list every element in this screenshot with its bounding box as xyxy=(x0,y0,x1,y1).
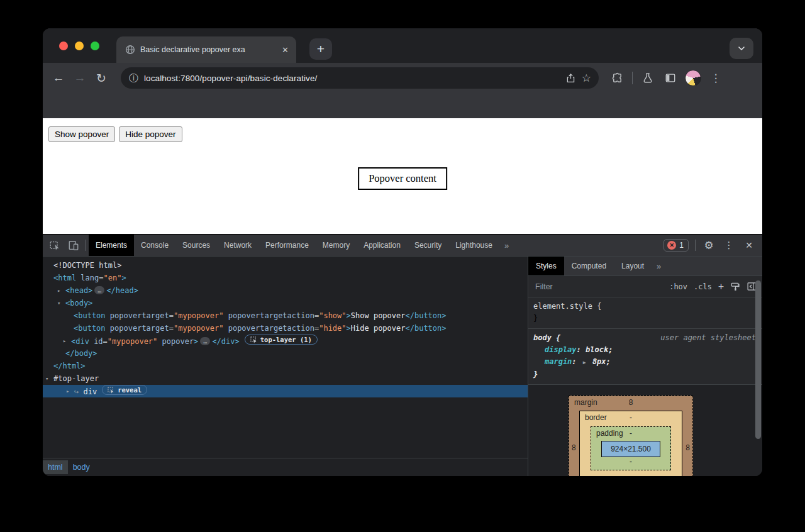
top-layer-badge[interactable]: top-layer (1) xyxy=(245,335,318,345)
property-name[interactable]: display xyxy=(545,345,577,354)
css-property[interactable]: display: block; xyxy=(528,344,762,356)
box-model-padding[interactable]: padding - - 924×21.500 xyxy=(591,426,671,470)
styles-filter-input[interactable]: Filter xyxy=(535,282,663,291)
dom-tree-node[interactable]: ▸↪ divreveal xyxy=(43,385,528,397)
devtools-menu-kebab-icon[interactable]: ⋮ xyxy=(719,237,738,253)
devtools-tab-console[interactable]: Console xyxy=(134,235,175,256)
experiments-flask-icon[interactable] xyxy=(638,69,657,87)
devtools-tab-network[interactable]: Network xyxy=(217,235,258,256)
collapse-arrow-icon[interactable]: ▾ xyxy=(45,372,48,385)
dom-tree-node[interactable]: ▾<body> xyxy=(43,297,528,309)
code-token: lang xyxy=(76,274,99,282)
profile-avatar[interactable] xyxy=(684,69,702,87)
rendering-brush-icon[interactable] xyxy=(730,282,740,292)
url-text[interactable]: localhost:7800/popover-api/basic-declara… xyxy=(144,74,560,83)
expand-arrow-icon[interactable]: ▸ xyxy=(63,335,66,347)
rule-selector[interactable]: element.style { xyxy=(533,302,601,311)
sidebar-tab-layout[interactable]: Layout xyxy=(614,257,652,275)
minimize-window-button[interactable] xyxy=(75,42,84,50)
devtools-tab-sources[interactable]: Sources xyxy=(175,235,217,256)
code-token: id xyxy=(89,337,103,346)
devtools-tab-elements[interactable]: Elements xyxy=(89,235,134,256)
dom-tree-node[interactable]: ▸<head>…</head> xyxy=(43,284,528,297)
device-toolbar-icon[interactable] xyxy=(64,237,83,253)
code-token: </button> xyxy=(405,311,446,320)
padding-bottom-value[interactable]: - xyxy=(591,457,670,466)
dom-tree-node[interactable]: ▾#top-layer xyxy=(43,372,528,385)
css-property[interactable]: margin: ▶ 8px; xyxy=(528,356,762,369)
tab-title: Basic declarative popover exa xyxy=(140,45,275,54)
expand-shorthand-icon[interactable]: ▶ xyxy=(581,360,588,365)
close-window-button[interactable] xyxy=(59,42,68,50)
property-name[interactable]: margin xyxy=(545,357,572,366)
expand-arrow-icon[interactable]: ▸ xyxy=(66,385,69,397)
inspect-element-icon[interactable] xyxy=(45,237,64,253)
breadcrumb-body[interactable]: body xyxy=(68,460,95,474)
back-button[interactable]: ← xyxy=(48,67,69,89)
devtools-tab-performance[interactable]: Performance xyxy=(258,235,316,256)
show-popover-button[interactable]: Show popover xyxy=(48,126,115,142)
dom-tree-node[interactable]: </body> xyxy=(43,347,528,360)
dom-tree-node[interactable]: ▸<div id="mypopover" popover>…</div>top-… xyxy=(43,335,528,347)
devtools-settings-gear-icon[interactable]: ⚙ xyxy=(699,237,718,253)
box-model-content[interactable]: 924×21.500 xyxy=(601,441,660,457)
tab-close-icon[interactable]: ✕ xyxy=(280,45,290,55)
share-icon[interactable] xyxy=(565,73,576,84)
side-panel-icon[interactable] xyxy=(661,69,680,87)
style-rule: element.style {} xyxy=(528,297,762,329)
devtools-tab-security[interactable]: Security xyxy=(408,235,448,256)
margin-right-value[interactable]: 8 xyxy=(686,443,690,452)
reload-button[interactable]: ↻ xyxy=(91,67,112,89)
collapse-arrow-icon[interactable]: ▾ xyxy=(57,297,60,309)
property-value[interactable]: block; xyxy=(586,345,613,354)
property-value[interactable]: 8px; xyxy=(592,357,611,366)
class-toggle[interactable]: .cls xyxy=(694,282,712,291)
devtools-close-icon[interactable]: ✕ xyxy=(740,237,758,253)
extensions-puzzle-icon[interactable] xyxy=(608,69,626,87)
rule-selector[interactable]: body { xyxy=(533,333,560,342)
code-token: div xyxy=(83,387,97,396)
box-model-margin[interactable]: margin 8 8 8 - - - - border - padding xyxy=(569,396,693,476)
reveal-badge[interactable]: reveal xyxy=(102,385,147,395)
tab-strip: Basic declarative popover exa ✕ + xyxy=(43,28,762,63)
toolbar-divider xyxy=(632,72,633,84)
new-style-rule-button[interactable]: + xyxy=(718,281,724,292)
hide-popover-button[interactable]: Hide popover xyxy=(119,126,182,142)
code-token: <button xyxy=(74,324,106,333)
devtools-tab-lighthouse[interactable]: Lighthouse xyxy=(448,235,499,256)
dom-tree-node[interactable]: <button popovertarget="mypopover" popove… xyxy=(43,309,528,322)
devtools-tab-memory[interactable]: Memory xyxy=(316,235,357,256)
rule-close-brace: } xyxy=(528,313,762,324)
browser-tab[interactable]: Basic declarative popover exa ✕ xyxy=(116,36,296,63)
pseudo-state-toggle[interactable]: :hov xyxy=(669,282,687,291)
dom-tree-node[interactable]: <html lang="en"> xyxy=(43,272,528,284)
dom-tree-node[interactable]: <button popovertarget="mypopover" popove… xyxy=(43,322,528,335)
sidebar-tab-computed[interactable]: Computed xyxy=(564,257,614,275)
sidebar-scrollbar[interactable] xyxy=(755,280,761,439)
dom-tree-node[interactable]: <!DOCTYPE html> xyxy=(43,259,528,272)
dom-tree-node[interactable]: </html> xyxy=(43,360,528,372)
margin-left-value[interactable]: 8 xyxy=(572,443,576,452)
margin-top-value[interactable]: 8 xyxy=(569,398,692,407)
new-tab-button[interactable]: + xyxy=(309,38,332,60)
address-bar[interactable]: ⓘ localhost:7800/popover-api/basic-decla… xyxy=(121,67,599,89)
collapsed-children-ellipsis[interactable]: … xyxy=(200,337,210,345)
sidebar-tab-styles[interactable]: Styles xyxy=(528,257,564,275)
zoom-window-button[interactable] xyxy=(91,42,99,50)
code-token: > xyxy=(347,324,351,333)
more-panels-chevron[interactable]: » xyxy=(499,241,514,250)
expand-arrow-icon[interactable]: ▸ xyxy=(57,284,60,297)
bookmark-star-icon[interactable]: ☆ xyxy=(582,72,591,85)
site-info-icon[interactable]: ⓘ xyxy=(129,72,138,84)
border-top-value[interactable]: - xyxy=(580,413,682,422)
code-token: <div xyxy=(71,337,89,346)
browser-menu-kebab-icon[interactable]: ⋮ xyxy=(706,69,725,87)
padding-top-value[interactable]: - xyxy=(591,429,670,438)
box-model-border[interactable]: border - padding - - 924×21.500 xyxy=(579,411,682,476)
more-sidebar-tabs-chevron[interactable]: » xyxy=(652,257,666,275)
collapsed-children-ellipsis[interactable]: … xyxy=(94,286,104,294)
breadcrumb-html[interactable]: html xyxy=(43,460,68,474)
error-badge[interactable]: ✕ 1 xyxy=(663,239,689,252)
tab-search-chevron-button[interactable] xyxy=(730,38,753,59)
devtools-tab-application[interactable]: Application xyxy=(357,235,408,256)
